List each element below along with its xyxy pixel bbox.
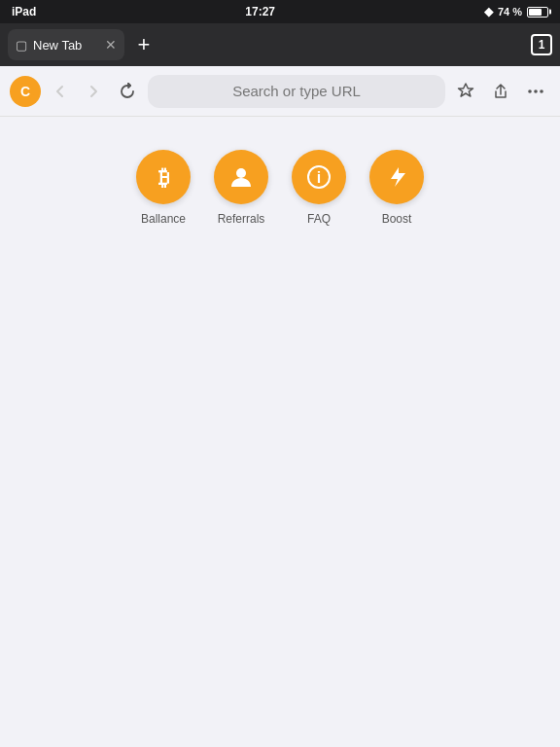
main-content: ₿ Ballance Referrals i FAQ	[0, 117, 560, 259]
battery-percent: 74 %	[498, 6, 522, 18]
battery-icon	[527, 7, 548, 18]
chevron-left-icon	[52, 84, 68, 99]
search-bar[interactable]	[148, 75, 445, 108]
svg-point-6	[236, 168, 246, 178]
browser-logo[interactable]: C	[10, 76, 41, 107]
tab-page-icon: ▢	[16, 38, 27, 53]
referrals-label: Referrals	[218, 212, 265, 226]
bolt-icon	[383, 163, 410, 191]
tab-count-badge[interactable]: 1	[531, 34, 552, 55]
tab-label: New Tab	[33, 38, 82, 53]
quick-link-balance[interactable]: ₿ Ballance	[136, 150, 191, 226]
more-button[interactable]	[521, 78, 550, 105]
status-bar: iPad 17:27 ◆ 74 %	[0, 0, 560, 23]
bookmark-button[interactable]	[451, 78, 480, 105]
quick-link-faq[interactable]: i FAQ	[292, 150, 346, 226]
svg-text:C: C	[20, 84, 30, 99]
device-name: iPad	[12, 5, 36, 18]
add-tab-button[interactable]: +	[128, 29, 159, 60]
boost-label: Boost	[382, 212, 412, 226]
quick-link-referrals[interactable]: Referrals	[214, 150, 268, 226]
chevron-right-icon	[86, 84, 101, 99]
share-icon	[491, 82, 510, 101]
svg-point-2	[528, 89, 532, 93]
status-icons: ◆ 74 %	[484, 5, 548, 18]
person-icon	[228, 163, 255, 191]
logo-icon: C	[16, 82, 35, 101]
back-button[interactable]	[47, 80, 74, 103]
svg-text:₿: ₿	[158, 165, 169, 190]
tab-item[interactable]: ▢ New Tab ✕	[8, 29, 124, 60]
ellipsis-icon	[526, 82, 545, 101]
svg-point-4	[540, 89, 543, 93]
boost-icon-circle	[369, 150, 424, 204]
referrals-icon-circle	[214, 150, 268, 204]
status-device: iPad	[12, 5, 36, 18]
faq-icon-circle: i	[292, 150, 346, 204]
status-time: 17:27	[245, 5, 275, 18]
balance-label: Ballance	[141, 212, 186, 226]
info-icon: i	[305, 163, 332, 191]
star-icon	[456, 82, 475, 101]
bitcoin-icon: ₿	[150, 163, 177, 191]
bluetooth-icon: ◆	[484, 5, 493, 18]
reload-icon	[119, 83, 136, 100]
reload-button[interactable]	[113, 79, 142, 104]
search-input[interactable]	[159, 83, 434, 99]
tab-bar: ▢ New Tab ✕ + 1	[0, 23, 560, 66]
quick-link-boost[interactable]: Boost	[369, 150, 424, 226]
faq-label: FAQ	[307, 212, 331, 226]
quick-links-grid: ₿ Ballance Referrals i FAQ	[16, 140, 544, 235]
svg-text:i: i	[317, 169, 321, 186]
balance-icon-circle: ₿	[136, 150, 191, 204]
forward-button[interactable]	[80, 80, 107, 103]
nav-bar: C	[0, 66, 560, 117]
svg-point-3	[534, 89, 538, 93]
battery-fill	[529, 9, 542, 16]
tab-close-button[interactable]: ✕	[105, 38, 117, 52]
share-button[interactable]	[486, 78, 515, 105]
